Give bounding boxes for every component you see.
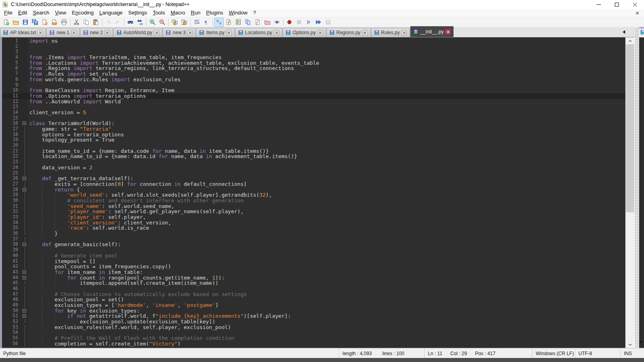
menu-settings[interactable]: Settings <box>126 9 150 16</box>
fold-collapse-icon[interactable] <box>23 314 26 318</box>
fold-margin[interactable] <box>22 308 28 314</box>
fold-margin[interactable] <box>22 187 28 193</box>
code-line[interactable]: completion = self.create_item("Victory") <box>28 341 625 347</box>
scrollbar-thumb[interactable] <box>626 44 634 212</box>
cut-icon[interactable] <box>72 18 81 27</box>
code-line[interactable]: 'player_id': self.player, <box>28 214 625 220</box>
tab-close-icon[interactable] <box>105 30 110 35</box>
code-line[interactable]: def generate_basic(self): <box>28 242 625 247</box>
tab-close-icon[interactable] <box>154 30 159 35</box>
tab-close-icon[interactable] <box>318 30 323 35</box>
tab-close-icon[interactable] <box>226 30 232 35</box>
code-line[interactable]: from worlds.generic.Rules import exclusi… <box>28 77 625 82</box>
fold-collapse-icon[interactable] <box>23 243 26 246</box>
fold-collapse-icon[interactable] <box>23 177 26 180</box>
replace-icon[interactable]: ab <box>135 18 145 27</box>
code-line[interactable]: for key in exclusion_types: <box>28 308 625 314</box>
code-line[interactable]: class TerrariaWorld(World): <box>28 121 625 126</box>
code-line[interactable]: } <box>28 231 625 237</box>
code-line[interactable]: 'race': self.world.is_race <box>28 225 625 231</box>
tab-close-icon[interactable] <box>274 30 279 35</box>
fold-collapse-icon[interactable] <box>23 276 26 280</box>
menubar-close-icon[interactable] <box>634 10 640 16</box>
code-line[interactable]: # Generate item pool <box>28 253 625 259</box>
code-line[interactable] <box>28 247 625 253</box>
code-line[interactable]: return { <box>28 187 625 193</box>
code-line[interactable]: from .Locations import TerrariaAchieveme… <box>28 60 625 66</box>
close-icon[interactable] <box>626 0 644 9</box>
zoom-out-icon[interactable] <box>157 18 167 27</box>
macro-record-icon[interactable] <box>285 18 294 27</box>
fold-collapse-icon[interactable] <box>23 270 26 274</box>
menu-encoding[interactable]: Encoding <box>69 9 97 16</box>
fold-margin[interactable] <box>22 275 28 281</box>
code-line[interactable]: exclusion_pool.update(exclusion_table[ke… <box>28 319 625 325</box>
folder-as-workspace-icon[interactable] <box>262 18 272 27</box>
maximize-icon[interactable] <box>608 0 626 9</box>
code-line[interactable]: from .Rules import set_rules <box>28 71 625 77</box>
code-line[interactable]: if not getattr(self.world, f"include_{ke… <box>28 313 625 319</box>
copy-icon[interactable] <box>81 18 91 27</box>
code-line[interactable] <box>28 237 625 242</box>
tab-close-icon[interactable] <box>445 29 451 35</box>
sync-horizontal-icon[interactable] <box>180 18 189 27</box>
code-line[interactable] <box>28 143 625 148</box>
code-line[interactable]: from .Items import TerrariaItem, item_ta… <box>28 55 625 60</box>
status-encoding[interactable]: UTF-8 <box>575 349 621 358</box>
code-line[interactable]: def _get_terraria_data(self): <box>28 176 625 181</box>
menu-help[interactable]: ? <box>250 9 259 16</box>
close-file-icon[interactable] <box>40 18 50 27</box>
redo-icon[interactable] <box>113 18 123 27</box>
macro-stop-icon[interactable] <box>294 18 304 27</box>
code-line[interactable]: from .Regions import terraria_regions, l… <box>28 66 625 71</box>
code-line[interactable]: item_name_to_id = {name: data.code for n… <box>28 148 625 154</box>
save-all-icon[interactable] <box>30 18 40 27</box>
tab-scroll-left-icon[interactable] <box>621 29 626 35</box>
print-icon[interactable] <box>59 18 69 27</box>
code-editor[interactable]: 1import os234from .Items import Terraria… <box>2 37 625 348</box>
code-line[interactable]: pool_counts = item_frequencies.copy() <box>28 264 625 269</box>
macro-play-icon[interactable] <box>304 18 314 27</box>
tab-rules.py[interactable]: Rules.py <box>371 28 410 37</box>
fold-collapse-icon[interactable] <box>23 188 26 191</box>
monitoring-icon[interactable] <box>272 18 282 27</box>
user-defined-language-icon[interactable] <box>224 18 233 27</box>
view-splitter[interactable] <box>635 27 639 348</box>
tab-options.py[interactable]: Options.py <box>283 28 326 37</box>
menu-search[interactable]: Search <box>30 9 52 16</box>
tab-close-icon[interactable] <box>37 30 43 35</box>
code-line[interactable] <box>28 286 625 292</box>
undo-icon[interactable] <box>103 18 113 27</box>
new-file-icon[interactable] <box>1 18 11 27</box>
code-line[interactable]: data_version = 2 <box>28 165 625 171</box>
code-line[interactable] <box>28 115 625 121</box>
document-list-icon[interactable] <box>243 18 253 27</box>
fold-margin[interactable] <box>22 242 28 247</box>
code-line[interactable]: exits = [connection[0] for connection in… <box>28 181 625 187</box>
code-line[interactable]: topology_present = True <box>28 137 625 143</box>
code-line[interactable]: 'seed_name': self.world.seed_name, <box>28 204 625 209</box>
code-line[interactable]: 'client_version': client_version, <box>28 220 625 226</box>
function-list-icon[interactable]: f <box>253 18 262 27</box>
code-line[interactable]: exclusion_rules(self.world, self.player,… <box>28 325 625 330</box>
code-line[interactable]: from .Options import terraria_options <box>28 93 625 99</box>
fold-collapse-icon[interactable] <box>23 309 26 313</box>
find-icon[interactable] <box>126 18 135 27</box>
menu-view[interactable]: View <box>52 9 69 16</box>
tab-close-icon[interactable] <box>71 30 77 35</box>
code-line[interactable]: options = terraria_options <box>28 132 625 138</box>
tab-ap-ideas.txt[interactable]: AP Ideas.txt <box>0 28 46 37</box>
code-line[interactable]: client_version = 5 <box>28 110 625 115</box>
tab-items.py[interactable]: Items.py <box>196 28 234 37</box>
minimize-icon[interactable] <box>590 0 608 9</box>
code-line[interactable]: 'player_name': self.world.get_player_nam… <box>28 209 625 214</box>
zoom-in-icon[interactable] <box>148 18 157 27</box>
code-line[interactable]: itempool.append(self.create_item(item_na… <box>28 280 625 286</box>
menu-macro[interactable]: Macro <box>168 9 188 16</box>
fold-margin[interactable] <box>22 313 28 319</box>
second-view-tab[interactable] <box>639 27 644 37</box>
code-line[interactable] <box>28 82 625 88</box>
code-line[interactable]: # Choose locations to automatically excl… <box>28 292 625 297</box>
tab-new-3[interactable]: new 3 <box>163 28 196 37</box>
fold-collapse-icon[interactable] <box>23 121 26 125</box>
